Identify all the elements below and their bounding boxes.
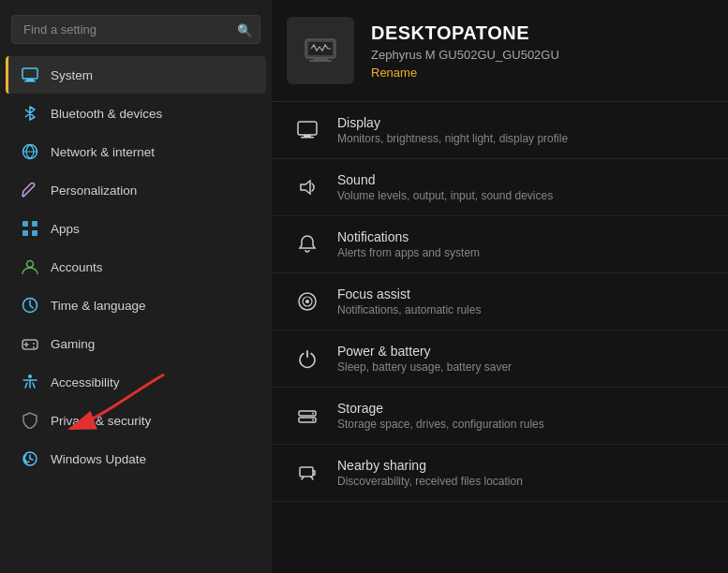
network-icon (21, 142, 39, 161)
sidebar-item-personalization[interactable]: Personalization (6, 171, 266, 209)
search-box: 🔍 (11, 15, 260, 44)
nearby-setting-icon (294, 460, 320, 486)
sidebar-label-bluetooth: Bluetooth & devices (51, 107, 162, 121)
setting-subtitle-sound: Volume levels, output, input, sound devi… (337, 189, 553, 202)
setting-subtitle-nearby: Discoverability, received files location (337, 475, 523, 488)
svg-marker-22 (301, 181, 310, 194)
sidebar-label-gaming: Gaming (51, 337, 95, 351)
sidebar-item-gaming[interactable]: Gaming (6, 325, 266, 362)
setting-title-nearby: Nearby sharing (337, 458, 523, 473)
svg-rect-7 (32, 230, 37, 236)
device-icon (287, 17, 354, 84)
svg-point-25 (305, 300, 309, 303)
device-header: DESKTOPATONE Zephyrus M GU502GU_GU502GU … (272, 0, 728, 102)
setting-title-power: Power & battery (337, 344, 512, 359)
display-setting-icon (294, 117, 320, 143)
setting-item-nearby[interactable]: Nearby sharingDiscoverability, received … (272, 445, 728, 502)
svg-point-11 (33, 343, 35, 345)
sidebar-item-accounts[interactable]: Accounts (6, 248, 266, 286)
svg-rect-17 (313, 58, 328, 60)
search-icon: 🔍 (237, 22, 252, 37)
laptop-icon (302, 32, 339, 69)
sidebar-item-system[interactable]: System (6, 56, 266, 94)
svg-rect-1 (26, 79, 34, 81)
setting-item-storage[interactable]: StorageStorage space, drives, configurat… (272, 388, 728, 445)
setting-title-notifications: Notifications (337, 229, 480, 244)
rename-link[interactable]: Rename (371, 66, 559, 80)
svg-point-8 (27, 261, 34, 268)
setting-text-sound: SoundVolume levels, output, input, sound… (337, 172, 553, 202)
storage-setting-icon (294, 403, 320, 429)
setting-item-sound[interactable]: SoundVolume levels, output, input, sound… (272, 159, 728, 216)
search-input[interactable] (11, 15, 260, 44)
svg-rect-21 (301, 137, 314, 139)
system-icon (21, 66, 39, 84)
sidebar-item-bluetooth[interactable]: Bluetooth & devices (6, 95, 266, 132)
setting-text-nearby: Nearby sharingDiscoverability, received … (337, 458, 523, 488)
sidebar-item-apps[interactable]: Apps (6, 210, 266, 247)
accounts-icon (21, 257, 39, 276)
notifications-setting-icon (294, 231, 320, 257)
main-content: DESKTOPATONE Zephyrus M GU502GU_GU502GU … (272, 0, 728, 573)
update-icon (21, 449, 39, 468)
settings-list: DisplayMonitors, brightness, night light… (272, 102, 728, 502)
sidebar-item-accessibility[interactable]: Accessibility (6, 363, 266, 401)
setting-subtitle-power: Sleep, battery usage, battery saver (337, 360, 512, 374)
setting-subtitle-storage: Storage space, drives, configuration rul… (337, 418, 544, 431)
svg-point-13 (28, 375, 32, 378)
setting-subtitle-focus: Notifications, automatic rules (337, 303, 481, 316)
focus-setting-icon (294, 288, 320, 315)
apps-icon (21, 219, 39, 238)
setting-title-sound: Sound (337, 172, 553, 187)
svg-rect-20 (304, 135, 311, 137)
device-info: DESKTOPATONE Zephyrus M GU502GU_GU502GU … (371, 22, 559, 80)
svg-rect-0 (22, 68, 37, 79)
setting-item-focus[interactable]: Focus assistNotifications, automatic rul… (272, 273, 728, 331)
sidebar-item-network[interactable]: Network & internet (6, 133, 266, 170)
time-icon (21, 296, 39, 315)
setting-subtitle-display: Monitors, brightness, night light, displ… (337, 132, 568, 145)
svg-rect-18 (309, 60, 332, 62)
sidebar-item-time[interactable]: Time & language (6, 286, 266, 324)
setting-subtitle-notifications: Alerts from apps and system (337, 246, 480, 259)
sound-setting-icon (294, 174, 320, 200)
sidebar-label-network: Network & internet (51, 145, 155, 159)
svg-rect-19 (298, 122, 317, 135)
sidebar-label-apps: Apps (51, 222, 80, 236)
svg-point-28 (312, 413, 314, 415)
power-setting-icon (294, 345, 320, 372)
svg-point-12 (33, 346, 35, 348)
svg-rect-30 (300, 467, 313, 477)
setting-text-display: DisplayMonitors, brightness, night light… (337, 115, 568, 145)
sidebar-label-privacy: Privacy & security (51, 414, 151, 428)
setting-text-notifications: NotificationsAlerts from apps and system (337, 229, 480, 259)
personalization-icon (21, 181, 39, 199)
svg-rect-4 (22, 221, 28, 227)
sidebar-item-update[interactable]: Windows Update (6, 440, 266, 478)
setting-title-focus: Focus assist (337, 286, 481, 301)
svg-point-29 (312, 419, 314, 421)
sidebar-label-accessibility: Accessibility (51, 375, 120, 389)
bluetooth-icon (21, 104, 39, 123)
setting-text-power: Power & batterySleep, battery usage, bat… (337, 344, 512, 374)
setting-item-display[interactable]: DisplayMonitors, brightness, night light… (272, 102, 728, 159)
setting-item-notifications[interactable]: NotificationsAlerts from apps and system (272, 216, 728, 273)
setting-text-storage: StorageStorage space, drives, configurat… (337, 401, 544, 431)
nav-list: SystemBluetooth & devicesNetwork & inter… (0, 55, 272, 478)
setting-item-power[interactable]: Power & batterySleep, battery usage, bat… (272, 331, 728, 388)
sidebar-label-personalization: Personalization (51, 184, 137, 198)
sidebar: 🔍 SystemBluetooth & devicesNetwork & int… (0, 0, 272, 573)
setting-title-display: Display (337, 115, 568, 130)
setting-title-storage: Storage (337, 401, 544, 416)
sidebar-label-system: System (51, 68, 93, 82)
sidebar-label-update: Windows Update (51, 452, 146, 466)
privacy-icon (21, 411, 39, 430)
device-model: Zephyrus M GU502GU_GU502GU (371, 48, 559, 62)
setting-text-focus: Focus assistNotifications, automatic rul… (337, 286, 481, 316)
sidebar-item-privacy[interactable]: Privacy & security (6, 402, 266, 439)
sidebar-label-time: Time & language (51, 299, 146, 313)
gaming-icon (21, 334, 39, 353)
svg-rect-6 (22, 230, 28, 236)
svg-rect-2 (24, 81, 36, 82)
accessibility-icon (21, 373, 39, 391)
